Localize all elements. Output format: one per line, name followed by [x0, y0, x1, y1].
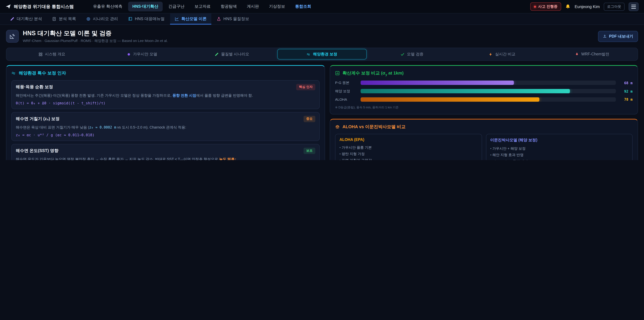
list-item: 가우시안 + 해양 보정: [490, 145, 628, 152]
subnav-item-hns-response-manual[interactable]: HNS 대응매뉴얼: [124, 14, 169, 25]
pencil-icon: [215, 52, 219, 56]
subnav-label: 시나리오 관리: [93, 16, 118, 22]
priority-badge: 보조: [304, 148, 315, 154]
aloha-model-card: ALOHA (EPA) 가우시안 플룸 기본 평탄 지형 가정 표면 거칠기 고…: [335, 134, 482, 160]
bar-label: P-G 원본: [335, 80, 357, 85]
chart-line-icon: [174, 17, 179, 21]
bolt-icon: [489, 52, 493, 56]
main-menu: 유출유 확산예측 HNS·대기확산 긴급구난 보고자료 항공탐색 게시판 기상정…: [88, 2, 316, 12]
subnav-item-diffusion-model-theory[interactable]: 확산모델 이론: [170, 14, 211, 25]
logout-button[interactable]: 로그아웃: [604, 3, 624, 11]
page-title: HNS 대기확산 모델 이론 및 검증: [23, 29, 168, 37]
flask-icon: [217, 17, 221, 21]
chart-note: ※ D등급(중립), 풍속 5 m/s, 풍하거리 1 km 기준: [335, 105, 632, 110]
card-description: 해수면 온도가 기온보다 높으면 열적 불안정 촉진 → 수직 혼합 증가 → …: [16, 156, 315, 160]
model-comparison-title: ALOHA vs 이문진박사모델 비교: [335, 124, 632, 130]
pencil-icon: [10, 17, 14, 21]
grid-icon: [38, 52, 42, 56]
circle-icon: [126, 52, 131, 56]
nav-item-aerial-search[interactable]: 항공탐색: [216, 2, 241, 12]
card-formula: z₀ = αc · u*² / g (αc ≈ 0.011~0.018): [16, 133, 315, 137]
topnav-right: 사고 진행중 Eunjeong Kim 로그아웃: [530, 2, 639, 11]
bar-track: [360, 97, 616, 102]
list-item: 해안 지형 효과 반영: [490, 152, 628, 158]
bell-icon[interactable]: [565, 4, 571, 9]
card-title: 해풍·육풍 순환 보정: [16, 84, 53, 90]
priority-badge: 핵심 인자: [296, 84, 315, 90]
subnav-label: HNS 물질정보: [224, 16, 249, 22]
tab-system-overview[interactable]: 시스템 개요: [8, 49, 96, 59]
model-comparison-panel: ALOHA vs 이문진박사모델 비교 ALOHA (EPA) 가우시안 플룸 …: [330, 119, 638, 160]
nav-item-weather-info[interactable]: 기상정보: [265, 2, 290, 12]
incident-status-badge[interactable]: 사고 진행중: [530, 2, 561, 11]
brand[interactable]: 해양환경 위기대응 통합시스템: [5, 4, 74, 10]
bar-value: 68 m: [619, 81, 632, 85]
subnav-label: 대기확산 분석: [17, 16, 42, 22]
tab-label: 모델 검증: [407, 52, 424, 57]
book-icon: [128, 17, 132, 21]
correction-factors-panel: 해양환경 특수 보정 인자 해풍·육풍 순환 보정 핵심 인자 해안에서는 주간…: [6, 65, 325, 160]
correction-card-sst: 해수면 온도(SST) 영향 보조 해수면 온도가 기온보다 높으면 열적 불안…: [12, 144, 320, 160]
pdf-export-label: PDF 내보내기: [609, 34, 633, 39]
subnav-item-air-diffusion-analysis[interactable]: 대기확산 분석: [5, 14, 47, 25]
list-item: 평탄 지형 가정: [340, 151, 478, 157]
list-item: 가우시안 플룸 기본: [340, 144, 478, 151]
tab-label: 물질별 시나리오: [221, 52, 249, 57]
card-title: 해수면 거칠기 (z₀) 보정: [16, 116, 60, 122]
nav-item-integrated-search[interactable]: 통합조회: [291, 2, 316, 12]
tab-marine-environment-correction[interactable]: 해양환경 보정: [278, 49, 366, 59]
bar-label: 해양 보정: [335, 89, 357, 94]
rocket-icon: [575, 52, 579, 56]
bar-fill: [360, 97, 539, 102]
nav-item-board[interactable]: 게시판: [242, 2, 263, 12]
tab-label: 가우시안 모델: [133, 52, 157, 57]
card-title: 해수면 온도(SST) 영향: [16, 148, 58, 154]
main-content: 해양환경 특수 보정 인자 해풍·육풍 순환 보정 핵심 인자 해안에서는 주간…: [0, 65, 644, 160]
subnav-label: 확산모델 이론: [181, 16, 206, 22]
wing-logo-icon: [5, 4, 11, 10]
list-item: Charnock z₀ 동적 계산: [490, 158, 628, 160]
correction-panel-title: 해양환경 특수 보정 인자: [12, 70, 320, 76]
tab-label: 실시간 비교: [495, 52, 515, 57]
correction-card-surface-roughness: 해수면 거칠기 (z₀) 보정 중요 해수면은 육상 대비 표면 거칠기가 매우…: [12, 112, 320, 141]
ruler-icon: [10, 33, 16, 39]
bar-row-aloha: ALOHA 78 m: [335, 97, 632, 102]
bar-track: [360, 81, 616, 85]
section-tabs: 시스템 개요 가우시안 모델 물질별 시나리오 해양환경 보정 모델 검증 실시…: [6, 48, 638, 61]
app-title: 해양환경 위기대응 통합시스템: [14, 4, 74, 10]
card-description: 해안에서는 주간(해풍)·야간(육풍) 풍향 전환 발생. 기존 가우시안 모델…: [16, 93, 315, 98]
marine-model-card-title: 이문진박사모델 (해양 보정): [490, 137, 628, 142]
nav-item-emergency-rescue[interactable]: 긴급구난: [164, 2, 189, 12]
tab-model-validation[interactable]: 모델 검증: [368, 49, 456, 59]
wave-icon: [12, 71, 16, 76]
tab-label: 시스템 개요: [45, 52, 65, 57]
bar-fill: [360, 89, 570, 93]
tab-wrf-chem[interactable]: WRF-Chem발전: [548, 49, 636, 59]
wave-icon: [307, 52, 311, 56]
bar-row-marine-corrected: 해양 보정 92 m: [335, 89, 632, 94]
bar-fill: [360, 81, 514, 85]
subnav-item-hns-substance-info[interactable]: HNS 물질정보: [212, 14, 254, 25]
nav-item-reports[interactable]: 보고자료: [190, 2, 215, 12]
list-icon: [52, 17, 56, 21]
tab-substance-scenario[interactable]: 물질별 시나리오: [188, 49, 276, 59]
bar-row-pg-original: P-G 원본 68 m: [335, 80, 632, 85]
subnav-item-analysis-list[interactable]: 분석 목록: [48, 14, 81, 25]
hamburger-menu-button[interactable]: [628, 2, 639, 11]
top-navbar: 해양환경 위기대응 통합시스템 유출유 확산예측 HNS·대기확산 긴급구난 보…: [0, 0, 644, 14]
tab-gaussian-model[interactable]: 가우시안 모델: [98, 49, 186, 59]
subnav-label: 분석 목록: [59, 16, 76, 22]
tab-realtime-comparison[interactable]: 실시간 비교: [458, 49, 546, 59]
page-subtitle: WRF-Chem · Gaussian Plume/Puff · ROMS · …: [23, 39, 168, 43]
nav-item-oil-diffusion[interactable]: 유출유 확산예측: [88, 2, 126, 12]
check-icon: [401, 52, 405, 56]
bar-label: ALOHA: [335, 97, 357, 101]
subnav-item-scenario-management[interactable]: 시나리오 관리: [81, 14, 123, 25]
red-dot-icon: [534, 6, 536, 8]
sub-navbar: 대기확산 분석 분석 목록 시나리오 관리 HNS 대응매뉴얼 확산모델 이론 …: [0, 14, 644, 25]
download-icon: [603, 34, 607, 38]
nav-item-hns-air-diffusion[interactable]: HNS·대기확산: [128, 2, 163, 12]
pdf-export-button[interactable]: PDF 내보내기: [598, 31, 638, 42]
tab-label: 해양환경 보정: [313, 52, 337, 57]
card-description: 해수면은 육상 대비 표면 거칠기가 매우 낮음 (z₀ ≈ 0.0002 m …: [16, 124, 315, 130]
